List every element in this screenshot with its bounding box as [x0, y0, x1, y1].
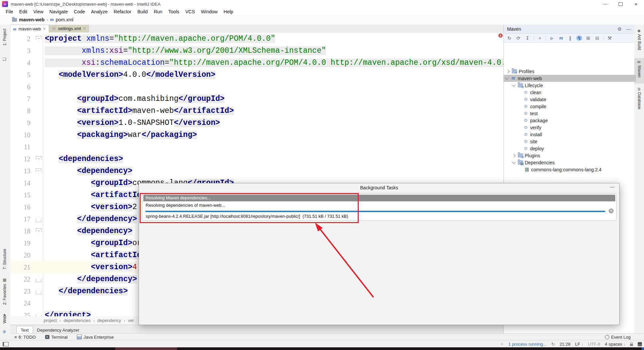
code-line: xsi:schemaLocation="http://maven.apache.… — [45, 57, 503, 69]
maven-settings-icon[interactable]: ⚒ — [607, 35, 613, 41]
tree-item-dependencies[interactable]: Dependencies — [504, 159, 643, 166]
toggle-skip-tests-icon[interactable]: ∥ — [567, 35, 573, 41]
tree-item-profiles[interactable]: Profiles — [504, 68, 637, 75]
close-tab-icon[interactable]: ✕ — [83, 26, 86, 31]
terminal-button[interactable]: ▸ Terminal — [45, 335, 67, 340]
tree-item-goal-site[interactable]: ⚙site — [504, 138, 644, 145]
tool-tab-maven[interactable]: Maven — [637, 65, 642, 77]
tree-item-goal-package[interactable]: ⚙package — [504, 117, 644, 124]
goal-gear-icon: ⚙ — [523, 104, 528, 109]
goal-gear-icon: ⚙ — [523, 132, 528, 137]
tree-item-goal-deploy[interactable]: ⚙deploy — [504, 145, 644, 152]
nav-project[interactable]: maven-web — [19, 17, 44, 22]
menu-vcs[interactable]: VCS — [182, 9, 198, 14]
menu-run[interactable]: Run — [151, 9, 165, 14]
gear-icon[interactable]: ⚙ — [617, 26, 622, 32]
tool-tab-structure[interactable]: 7: Structure — [2, 249, 7, 270]
tree-item-goal-validate[interactable]: ⚙validate — [504, 96, 644, 103]
offline-mode-icon[interactable]: ↯ — [576, 35, 582, 41]
chevron-right-icon[interactable] — [512, 154, 515, 157]
menu-view[interactable]: View — [30, 9, 46, 14]
dialog-minimize-icon[interactable]: — — [610, 184, 615, 189]
tab-settings-xml[interactable]: <> settings.xml ✕ — [49, 25, 89, 32]
goal-gear-icon: ⚙ — [523, 111, 528, 116]
goal-gear-icon: ⚙ — [523, 139, 528, 144]
taskbar-app-segment — [115, 347, 177, 350]
fold-marker[interactable]: − — [36, 168, 41, 174]
run-goal-icon[interactable]: ▶ — [549, 35, 555, 41]
cancel-task-icon[interactable]: ✕ — [609, 208, 614, 213]
menu-analyze[interactable]: Analyze — [88, 9, 111, 14]
indent-widget[interactable]: 4 spaces ↕ — [605, 342, 625, 347]
tool-tab-favorites[interactable]: 2: Favorites — [2, 284, 7, 305]
line-number: 23 — [10, 285, 30, 297]
chevron-down-icon[interactable] — [512, 83, 515, 86]
fold-marker[interactable]: − — [36, 36, 41, 42]
breadcrumb-item[interactable]: dependencies — [63, 318, 91, 323]
tree-item-goal-clean[interactable]: ⚙clean — [504, 89, 644, 96]
tab-dependency-analyzer[interactable]: Dependency Analyzer — [33, 326, 83, 334]
menu-file[interactable]: File — [3, 9, 16, 14]
process-running-link[interactable]: 1 process running... — [508, 342, 546, 347]
menu-code[interactable]: Code — [71, 9, 88, 14]
hide-panel-icon[interactable]: — — [626, 26, 631, 32]
tree-item-dependency-commons-lang[interactable]: commons-lang:commons-lang:2.4 — [504, 166, 644, 173]
todo-button[interactable]: ≡ 6: TODO — [14, 335, 36, 340]
tab-label: maven-web — [18, 26, 41, 31]
menu-tools[interactable]: Tools — [165, 9, 182, 14]
fold-end-marker[interactable] — [36, 289, 41, 294]
collapse-all-icon[interactable]: ⊟ — [594, 35, 600, 41]
breadcrumb-item[interactable]: ver — [128, 318, 134, 323]
chevron-down-icon[interactable] — [512, 160, 515, 164]
menu-edit[interactable]: Edit — [16, 9, 30, 14]
tree-item-goal-install[interactable]: ⚙install — [504, 131, 644, 138]
menu-build[interactable]: Build — [134, 9, 151, 14]
maximize-button[interactable] — [614, 0, 627, 8]
menu-navigate[interactable]: Navigate — [46, 9, 71, 14]
add-maven-project-icon[interactable]: + — [537, 35, 543, 41]
menu-help[interactable]: Help — [220, 9, 236, 14]
heisenberg-icon[interactable] — [638, 342, 642, 346]
restore-layout-icon[interactable] — [3, 342, 9, 346]
tree-item-maven-web[interactable]: m maven-web — [504, 75, 636, 82]
tool-tab-web[interactable]: Web — [2, 315, 7, 323]
code-line: <version>4. — [45, 261, 142, 273]
tool-tab-ant-build[interactable]: Ant Build — [637, 34, 642, 50]
menu-refactor[interactable]: Refactor — [111, 9, 134, 14]
background-tasks-icon[interactable]: ↻ — [551, 342, 555, 347]
menu-window[interactable]: Window — [198, 9, 221, 14]
tree-item-goal-verify[interactable]: ⚙verify — [504, 124, 644, 131]
tool-tab-project[interactable]: 1: Project — [2, 29, 7, 46]
event-log-button[interactable]: Event Log — [605, 335, 631, 340]
fold-marker[interactable]: − — [36, 156, 41, 162]
generate-sources-icon[interactable]: ⟳ — [515, 35, 521, 41]
minimize-button[interactable] — [599, 0, 612, 8]
expand-all-icon[interactable]: ⊞ — [585, 35, 591, 41]
chevron-right-icon[interactable] — [506, 69, 509, 73]
chevron-right-icon: › — [124, 318, 125, 323]
error-indicator[interactable]: 1 — [498, 33, 503, 38]
close-button[interactable]: ✕ — [629, 0, 643, 8]
lock-icon[interactable] — [630, 344, 633, 346]
fold-marker[interactable]: − — [36, 228, 41, 234]
chevron-down-icon[interactable] — [505, 76, 508, 79]
tree-item-goal-compile[interactable]: ⚙compile — [504, 103, 644, 110]
fold-end-marker[interactable] — [36, 277, 41, 282]
close-tab-icon[interactable]: ✕ — [43, 27, 46, 31]
fold-end-marker[interactable] — [36, 313, 41, 316]
line-separator-widget[interactable]: LF ↕ — [575, 342, 583, 347]
breadcrumb-item[interactable]: dependency — [98, 318, 121, 323]
nav-file[interactable]: pom.xml — [56, 17, 73, 22]
tree-item-lifecycle[interactable]: Lifecycle — [504, 82, 643, 89]
java-enterprise-button[interactable]: Java Enterprise — [77, 335, 114, 340]
breadcrumb-item[interactable]: project — [44, 318, 57, 323]
tree-item-plugins[interactable]: Plugins — [504, 152, 643, 159]
encoding-widget[interactable]: UTF-8 — [588, 342, 600, 347]
reimport-icon[interactable]: ↻ — [506, 35, 512, 41]
tab-text[interactable]: Text — [16, 326, 33, 334]
execute-goal-icon[interactable]: m — [558, 35, 564, 41]
download-sources-icon[interactable]: ↧ — [524, 35, 530, 41]
tab-maven-web[interactable]: m maven-web ✕ — [10, 25, 49, 33]
fold-end-marker[interactable] — [36, 216, 41, 222]
tree-item-goal-test[interactable]: ⚙test — [504, 110, 644, 117]
